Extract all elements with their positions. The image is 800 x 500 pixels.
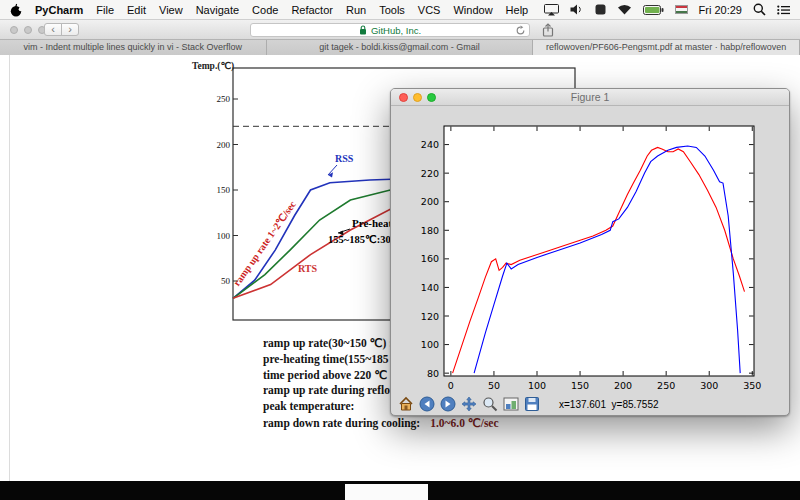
menu-run[interactable]: Run xyxy=(346,4,366,16)
rts-curve-label: RTS xyxy=(298,263,317,274)
menu-vcs[interactable]: VCS xyxy=(418,4,441,16)
app-menu-title[interactable]: PyCharm xyxy=(35,4,83,16)
background-window-sliver xyxy=(345,484,428,500)
svg-text:150: 150 xyxy=(571,380,589,391)
cursor-coordinates: x=137.601 y=85.7552 xyxy=(559,399,659,410)
menu-extra-app-icon[interactable] xyxy=(595,4,606,15)
svg-text:200: 200 xyxy=(614,380,632,391)
minimize-button[interactable] xyxy=(413,93,422,102)
wifi-icon[interactable] xyxy=(617,4,632,15)
figure-toolbar: x=137.601 y=85.7552 xyxy=(391,393,789,415)
svg-text:300: 300 xyxy=(700,380,718,391)
address-text: GitHub, Inc. xyxy=(371,25,421,36)
pan-icon[interactable] xyxy=(461,396,477,412)
reload-icon[interactable] xyxy=(515,25,526,36)
svg-text:350: 350 xyxy=(743,380,761,391)
macos-menubar: PyCharm File Edit View Navigate Code Ref… xyxy=(0,0,800,20)
minimize-button[interactable] xyxy=(24,26,32,34)
svg-text:0: 0 xyxy=(448,380,454,391)
back-button[interactable]: ‹ xyxy=(44,23,62,36)
nav-buttons: ‹ › xyxy=(44,23,79,36)
preheat-annotation-range: 155~185℃:30~ xyxy=(328,233,396,245)
menu-window[interactable]: Window xyxy=(453,4,492,16)
share-icon[interactable] xyxy=(542,23,554,37)
menu-tools[interactable]: Tools xyxy=(379,4,405,16)
airplay-display-icon[interactable] xyxy=(544,4,559,16)
home-icon[interactable] xyxy=(398,396,414,412)
figure-canvas[interactable]: 0501001502002503003508010012014016018020… xyxy=(391,105,789,395)
tab-reflowoven-pdf[interactable]: reflowoven/PF606-Pengsmt.pdf at master ·… xyxy=(533,40,800,55)
notification-center-icon[interactable] xyxy=(777,5,790,15)
menu-view[interactable]: View xyxy=(159,4,183,16)
svg-text:120: 120 xyxy=(421,311,439,322)
menubar-clock[interactable]: Fri 20:29 xyxy=(699,4,742,16)
browser-toolbar: ‹ › GitHub, Inc. xyxy=(0,20,800,40)
svg-text:140: 140 xyxy=(421,282,439,293)
svg-text:150: 150 xyxy=(217,185,231,195)
apple-menu-icon[interactable] xyxy=(10,3,22,17)
tab-bar: vim - Indent multiple lines quickly in v… xyxy=(0,40,800,55)
https-lock-icon xyxy=(359,25,367,35)
svg-text:160: 160 xyxy=(421,253,439,264)
svg-text:80: 80 xyxy=(427,368,439,379)
preheat-annotation-title: Pre-heat xyxy=(352,217,392,229)
menubar-status-area: Fri 20:29 xyxy=(544,3,790,16)
menu-file[interactable]: File xyxy=(96,4,114,16)
back-icon[interactable] xyxy=(419,396,435,412)
svg-text:220: 220 xyxy=(421,168,439,179)
svg-text:100: 100 xyxy=(421,339,439,350)
svg-text:200: 200 xyxy=(217,140,231,150)
save-icon[interactable] xyxy=(524,396,540,412)
svg-text:100: 100 xyxy=(528,380,546,391)
figure-window-title: Figure 1 xyxy=(571,91,610,103)
svg-text:240: 240 xyxy=(421,139,439,150)
figure-window[interactable]: Figure 1 0501001502002503003508010012014… xyxy=(390,88,790,416)
configure-subplots-icon[interactable] xyxy=(503,396,519,412)
forward-icon[interactable] xyxy=(440,396,456,412)
spec-line: ramp down rate during cooling:1.0~6.0 ℃/… xyxy=(263,416,499,432)
zoom-button[interactable] xyxy=(427,93,436,102)
menu-navigate[interactable]: Navigate xyxy=(196,4,239,16)
rss-curve-label: RSS xyxy=(335,153,353,164)
svg-text:250: 250 xyxy=(657,380,675,391)
tab-stackoverflow[interactable]: vim - Indent multiple lines quickly in v… xyxy=(0,40,267,55)
svg-text:200: 200 xyxy=(421,196,439,207)
menu-help[interactable]: Help xyxy=(506,4,529,16)
spotlight-icon[interactable] xyxy=(753,3,766,16)
menu-code[interactable]: Code xyxy=(252,4,278,16)
forward-button[interactable]: › xyxy=(61,23,79,36)
close-button[interactable] xyxy=(399,93,408,102)
svg-text:50: 50 xyxy=(221,276,231,286)
window-controls xyxy=(10,26,46,34)
zoom-icon[interactable] xyxy=(482,396,498,412)
menu-refactor[interactable]: Refactor xyxy=(291,4,333,16)
volume-icon[interactable] xyxy=(570,4,584,15)
tab-gmail[interactable]: git tagek - boldi.kiss@gmail.com - Gmail xyxy=(267,40,534,55)
svg-text:50: 50 xyxy=(488,380,500,391)
figure-window-controls xyxy=(399,93,436,102)
address-bar[interactable]: GitHub, Inc. xyxy=(250,23,530,37)
figure-plot-area[interactable]: 0501001502002503003508010012014016018020… xyxy=(391,105,789,395)
svg-text:180: 180 xyxy=(421,225,439,236)
input-source-flag-icon[interactable] xyxy=(675,5,688,14)
figure-title-bar[interactable]: Figure 1 xyxy=(391,89,789,106)
svg-text:250: 250 xyxy=(217,94,231,104)
svg-text:100: 100 xyxy=(217,231,231,241)
menu-edit[interactable]: Edit xyxy=(127,4,146,16)
battery-icon[interactable] xyxy=(643,5,664,15)
close-button[interactable] xyxy=(10,26,18,34)
page-edge-line xyxy=(9,55,10,481)
chart-y-axis-label: Temp.(℃) xyxy=(192,60,234,71)
